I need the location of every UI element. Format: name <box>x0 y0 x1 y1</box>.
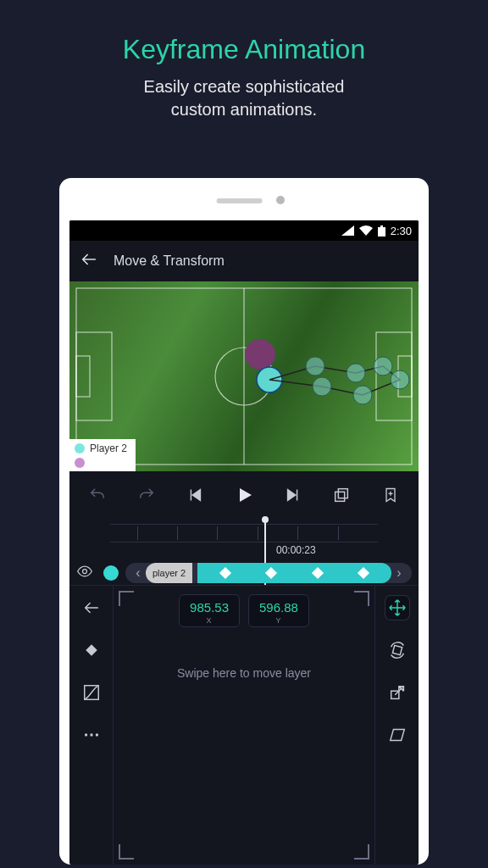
keyframe-track[interactable]: ‹ player 2 › <box>125 563 412 583</box>
y-value: 596.88 <box>259 600 298 615</box>
svg-rect-1 <box>380 225 383 227</box>
transform-pad[interactable]: 985.53 X 596.88 Y Swipe here to move lay… <box>114 586 374 865</box>
svg-point-12 <box>347 364 365 382</box>
status-time: 2:30 <box>391 225 412 237</box>
promo-subtitle: Easily create sophisticated custom anima… <box>0 75 488 121</box>
track-scroll-left[interactable]: ‹ <box>130 565 146 581</box>
svg-point-16 <box>313 377 331 396</box>
corner-bracket <box>119 591 134 606</box>
bookmark-add-icon <box>382 486 399 504</box>
move-arrows-icon <box>388 598 407 617</box>
back-button[interactable] <box>80 250 98 272</box>
video-preview[interactable]: Player 2 <box>69 281 419 471</box>
left-toolbar <box>69 586 114 865</box>
corner-bracket <box>354 591 369 606</box>
keyframe-marker[interactable] <box>219 567 231 579</box>
panel-back-button[interactable] <box>80 596 103 620</box>
layers-button[interactable] <box>326 480 357 510</box>
skip-end-icon <box>284 486 302 504</box>
legend-swatch-player1 <box>75 458 85 468</box>
transform-panel: 985.53 X 596.88 Y Swipe here to move lay… <box>69 585 419 865</box>
coordinate-inputs: 985.53 X 596.88 Y <box>179 594 309 627</box>
play-button[interactable] <box>229 480 259 510</box>
svg-point-21 <box>83 570 87 574</box>
preview-legend: Player 2 <box>69 439 136 471</box>
appbar-title: Move & Transform <box>114 253 225 269</box>
svg-point-13 <box>374 357 392 376</box>
keyframe-tool-button[interactable] <box>80 638 103 662</box>
easing-tool-button[interactable] <box>80 681 103 704</box>
y-input[interactable]: 596.88 Y <box>248 594 309 627</box>
y-label: Y <box>259 616 298 625</box>
svg-point-24 <box>90 733 92 736</box>
swipe-hint: Swipe here to move layer <box>177 666 311 680</box>
keyframe-marker[interactable] <box>358 567 369 579</box>
svg-rect-18 <box>339 489 348 498</box>
scale-icon <box>388 683 407 702</box>
undo-icon <box>88 486 107 504</box>
track-scroll-right[interactable]: › <box>391 565 407 581</box>
app-screen: 2:30 Move & Transform <box>69 220 419 865</box>
promo-title: Keyframe Animation <box>0 34 488 65</box>
promo-subtitle-line1: Easily create sophisticated <box>144 77 345 96</box>
play-icon <box>234 485 254 505</box>
svg-point-25 <box>95 733 97 736</box>
device-frame: 2:30 Move & Transform <box>59 178 429 865</box>
skew-tool-button[interactable] <box>385 723 409 747</box>
legend-row-player2: Player 2 <box>75 442 127 454</box>
skip-start-icon <box>186 486 204 504</box>
svg-rect-17 <box>336 492 345 501</box>
svg-point-11 <box>306 357 324 376</box>
rotate-icon <box>388 641 407 659</box>
svg-point-9 <box>245 339 275 370</box>
keyframe-marker[interactable] <box>265 567 277 579</box>
bookmark-button[interactable] <box>375 480 406 510</box>
legend-swatch-player2 <box>75 443 85 453</box>
svg-point-15 <box>353 386 372 404</box>
wifi-icon <box>359 225 373 236</box>
more-button[interactable] <box>80 723 103 747</box>
battery-icon <box>378 225 385 236</box>
front-camera <box>276 196 285 204</box>
undo-button[interactable] <box>82 480 113 510</box>
transport-bar <box>69 471 419 519</box>
diamond-icon <box>84 643 99 658</box>
legend-row-player1 <box>75 458 127 468</box>
move-tool-button[interactable] <box>385 596 409 620</box>
svg-point-14 <box>391 370 409 389</box>
app-bar: Move & Transform <box>69 241 419 281</box>
timeline[interactable]: 00:00:23 ‹ player 2 › <box>69 519 419 585</box>
timeline-layer-row: ‹ player 2 › <box>69 561 419 585</box>
redo-icon <box>137 486 156 504</box>
eye-icon <box>76 563 93 580</box>
keyframe-bar[interactable] <box>197 563 391 583</box>
speaker-grille <box>217 198 263 203</box>
scale-tool-button[interactable] <box>385 681 409 704</box>
corner-bracket <box>119 844 134 860</box>
right-toolbar <box>374 586 419 865</box>
skew-icon <box>388 726 407 744</box>
keyframe-marker[interactable] <box>312 567 324 579</box>
redo-button[interactable] <box>131 480 162 510</box>
x-input[interactable]: 985.53 X <box>179 594 240 627</box>
layers-icon <box>332 486 351 504</box>
x-value: 985.53 <box>190 600 229 615</box>
layer-name-chip[interactable]: player 2 <box>146 563 192 583</box>
status-bar: 2:30 <box>69 220 419 241</box>
legend-label-player2: Player 2 <box>90 442 127 454</box>
svg-rect-26 <box>392 645 402 654</box>
promo-subtitle-line2: custom animations. <box>171 100 317 119</box>
timecode: 00:00:23 <box>276 544 316 556</box>
easing-curve-icon <box>82 683 101 702</box>
timeline-ruler[interactable] <box>110 524 378 542</box>
layer-color-dot[interactable] <box>103 565 119 581</box>
rotate-tool-button[interactable] <box>385 638 409 662</box>
corner-bracket <box>354 844 369 860</box>
next-keyframe-button[interactable] <box>278 480 308 510</box>
prev-keyframe-button[interactable] <box>180 480 210 510</box>
arrow-left-icon <box>82 598 101 617</box>
more-horizontal-icon <box>82 726 101 744</box>
layer-visibility-toggle[interactable] <box>76 563 97 583</box>
signal-icon <box>341 225 354 236</box>
back-arrow-icon <box>80 250 98 269</box>
